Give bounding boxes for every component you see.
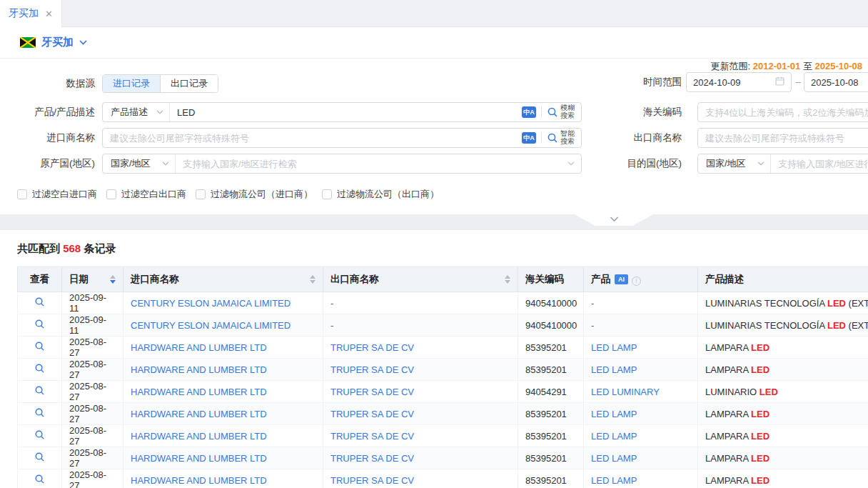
hs-code-cell: 85395201 — [518, 403, 584, 425]
hs-code-cell: 9405410000 — [518, 292, 584, 314]
view-record-icon — [34, 363, 45, 374]
import-records-button[interactable]: 进口记录 — [103, 75, 160, 92]
product-input[interactable] — [170, 103, 522, 121]
hs-code-cell: 85395201 — [518, 469, 584, 488]
importer-link[interactable]: HARDWARE AND LUMBER LTD — [131, 364, 267, 375]
sort-exporter[interactable] — [505, 275, 510, 284]
date-start-input[interactable]: 2024-10-09 — [686, 72, 792, 92]
exporter-link[interactable]: TRUPER SA DE CV — [330, 409, 414, 419]
product-link[interactable]: LED LAMP — [591, 364, 637, 375]
view-cell[interactable] — [18, 337, 62, 359]
product-link[interactable]: LED LAMP — [591, 342, 637, 353]
exporter-cell: TRUPER SA DE CV — [323, 381, 518, 403]
product-cell: LED LAMP — [584, 447, 698, 469]
filter-blank-exporter-checkbox[interactable]: 过滤空白出口商 — [106, 188, 186, 201]
importer-cell: CENTURY ESLON JAMAICA LIMITED — [123, 314, 323, 337]
importer-input[interactable] — [103, 129, 522, 147]
view-cell[interactable] — [18, 469, 62, 488]
translate-icon[interactable]: 中A — [522, 132, 536, 144]
destination-country-label: 目的国(地区) — [585, 154, 682, 174]
divider — [541, 106, 542, 118]
description-cell: LUMINARIAS TECNOLOGÍA LED (EXT... — [698, 292, 868, 314]
importer-link[interactable]: HARDWARE AND LUMBER LTD — [131, 387, 267, 397]
chevron-down-icon[interactable] — [79, 40, 87, 45]
hs-code-cell: 9405410000 — [518, 314, 584, 337]
column-header-exporter: 出口商名称 — [323, 267, 518, 292]
origin-country-select[interactable]: 国家/地区 — [103, 154, 176, 173]
importer-cell: HARDWARE AND LUMBER LTD — [123, 447, 323, 469]
product-link[interactable]: LED LAMP — [591, 453, 637, 464]
hs-code-cell: 85395201 — [518, 447, 584, 469]
export-records-button[interactable]: 出口记录 — [160, 75, 218, 92]
importer-link[interactable]: HARDWARE AND LUMBER LTD — [131, 475, 267, 486]
exporter-link[interactable]: TRUPER SA DE CV — [330, 475, 414, 486]
importer-link[interactable]: CENTURY ESLON JAMAICA LIMITED — [131, 298, 291, 309]
info-icon[interactable]: i — [632, 277, 641, 286]
exporter-label: 出口商名称 — [585, 128, 682, 148]
product-cell: LED LAMP — [584, 403, 698, 425]
date-cell: 2025-08-27 — [62, 359, 123, 381]
origin-country-input[interactable] — [176, 154, 567, 173]
importer-link[interactable]: CENTURY ESLON JAMAICA LIMITED — [131, 320, 291, 331]
exporter-link[interactable]: TRUPER SA DE CV — [330, 342, 414, 353]
hs-code-input[interactable] — [697, 102, 868, 122]
translate-icon[interactable]: 中A — [522, 106, 536, 118]
description-cell: LUMINARIAS TECNOLOGÍA LED (EXT... — [698, 314, 868, 337]
view-cell[interactable] — [18, 292, 62, 314]
filter-logistics-exporter-checkbox[interactable]: 过滤物流公司（出口商） — [322, 188, 439, 201]
table-row: 2025-08-27 HARDWARE AND LUMBER LTD TRUPE… — [18, 337, 868, 359]
app-window: 牙买加 ✕ 牙买加 更新范围: 2012-01-01 至 2025-10-08 — [0, 0, 868, 488]
fuzzy-search-button[interactable]: 模糊搜索 — [547, 104, 575, 120]
exporter-link[interactable]: TRUPER SA DE CV — [330, 453, 414, 464]
exporter-link[interactable]: TRUPER SA DE CV — [330, 387, 414, 397]
chevron-down-icon — [567, 161, 575, 166]
importer-link[interactable]: HARDWARE AND LUMBER LTD — [131, 431, 267, 442]
product-type-select[interactable]: 产品描述 — [103, 103, 170, 121]
highlighted-keyword: LED — [751, 342, 769, 353]
search-icon — [547, 106, 558, 118]
view-cell[interactable] — [18, 425, 62, 447]
exporter-link: - — [330, 298, 333, 309]
view-cell[interactable] — [18, 359, 62, 381]
date-range-separator: – — [793, 72, 803, 92]
importer-link[interactable]: HARDWARE AND LUMBER LTD — [131, 342, 267, 353]
sort-importer[interactable] — [310, 275, 316, 284]
chevron-down-icon — [162, 161, 169, 166]
filter-logistics-importer-checkbox[interactable]: 过滤物流公司（进口商） — [196, 188, 313, 201]
filter-blank-importer-checkbox[interactable]: 过滤空白进口商 — [17, 188, 97, 201]
close-icon[interactable]: ✕ — [45, 9, 53, 19]
product-link[interactable]: LED LAMP — [591, 409, 637, 419]
column-header-hs-code: 海关编码 — [518, 267, 584, 292]
destination-country-select[interactable]: 国家/地区 — [698, 154, 771, 173]
importer-link[interactable]: HARDWARE AND LUMBER LTD — [131, 409, 267, 419]
jamaica-flag-icon — [20, 37, 36, 48]
destination-country-input[interactable] — [771, 154, 868, 173]
smart-search-button[interactable]: 智能搜索 — [547, 130, 575, 146]
product-link[interactable]: LED LAMP — [591, 475, 637, 486]
tab-jamaica[interactable]: 牙买加 ✕ — [0, 0, 62, 27]
description-cell: LAMPARA LED — [698, 447, 868, 469]
ai-badge: AI — [615, 274, 628, 284]
exporter-input[interactable] — [697, 128, 868, 148]
view-cell[interactable] — [18, 447, 62, 469]
view-cell[interactable] — [18, 403, 62, 425]
table-row: 2025-09-11 CENTURY ESLON JAMAICA LIMITED… — [18, 314, 868, 337]
exporter-cell: - — [323, 292, 518, 314]
collapse-panel-button[interactable] — [575, 214, 653, 226]
product-link[interactable]: LED LAMP — [591, 431, 637, 442]
view-cell[interactable] — [18, 381, 62, 403]
view-cell[interactable] — [18, 314, 62, 337]
date-end-input[interactable]: 2025-10-08 — [804, 72, 868, 92]
product-link[interactable]: LED LUMINARY — [591, 387, 660, 397]
sort-date[interactable] — [110, 275, 116, 284]
importer-link[interactable]: HARDWARE AND LUMBER LTD — [131, 453, 267, 464]
time-range-label: 时间范围 — [585, 72, 682, 92]
date-cell: 2025-09-11 — [62, 292, 123, 314]
highlighted-keyword: LED — [751, 431, 769, 442]
product-label: 产品/产品描述 — [0, 102, 95, 122]
exporter-link[interactable]: TRUPER SA DE CV — [330, 364, 414, 375]
exporter-link[interactable]: TRUPER SA DE CV — [330, 431, 414, 442]
view-record-icon — [34, 474, 45, 484]
country-name: 牙买加 — [41, 36, 74, 49]
product-link: - — [591, 298, 594, 309]
